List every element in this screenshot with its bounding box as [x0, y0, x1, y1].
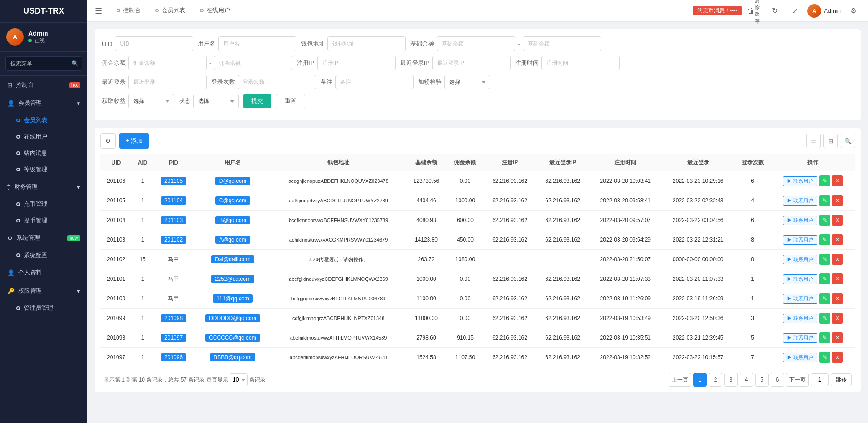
tab-dashboard[interactable]: 控制台 — [109, 0, 148, 22]
search-input[interactable] — [5, 56, 82, 71]
settings-button[interactable]: ⚙ — [846, 4, 861, 18]
sidebar-item-admin-mgmt[interactable]: 管理员管理 — [0, 300, 87, 316]
goto-input[interactable] — [811, 373, 829, 386]
username-badge[interactable]: Dai@daili.com — [211, 255, 254, 263]
pid-badge[interactable]: 201096 — [161, 353, 186, 361]
view-grid-button[interactable]: ⊞ — [823, 134, 838, 148]
base-balance-to-input[interactable] — [523, 36, 601, 51]
page-1-button[interactable]: 1 — [693, 373, 707, 387]
remark-input[interactable] — [335, 75, 414, 89]
contact-button[interactable]: ▶ 联系用户 — [783, 176, 817, 186]
pid-badge[interactable]: 201098 — [161, 314, 186, 322]
username-input[interactable] — [218, 36, 296, 51]
last-login-ip-input[interactable] — [432, 56, 511, 70]
edit-button[interactable]: ✎ — [819, 293, 830, 304]
contact-button[interactable]: ▶ 联系用户 — [783, 255, 817, 264]
edit-button[interactable]: ✎ — [819, 215, 830, 226]
edit-button[interactable]: ✎ — [819, 352, 830, 363]
username-badge[interactable]: BBBB@qq.com — [210, 353, 255, 361]
edit-button[interactable]: ✎ — [819, 234, 830, 245]
refresh-button[interactable]: ↻ — [100, 133, 116, 149]
contact-button[interactable]: ▶ 联系用户 — [783, 294, 817, 304]
edit-button[interactable]: ✎ — [819, 313, 830, 324]
reload-button[interactable]: ↻ — [767, 4, 782, 18]
commission-from-input[interactable] — [128, 56, 207, 70]
delete-button[interactable]: ✕ — [832, 195, 843, 206]
pid-badge[interactable]: 201105 — [161, 177, 186, 185]
add-button[interactable]: + 添加 — [119, 133, 149, 149]
uid-input[interactable] — [115, 36, 193, 51]
last-login-input[interactable] — [128, 75, 207, 89]
edit-button[interactable]: ✎ — [819, 254, 830, 265]
search-filter-button[interactable]: 🔍 — [841, 134, 855, 148]
contact-button[interactable]: ▶ 联系用户 — [783, 314, 817, 323]
menu-toggle-icon[interactable]: ☰ — [95, 6, 102, 16]
username-badge[interactable]: C@qq.com — [215, 196, 250, 205]
pid-badge[interactable]: 201102 — [161, 236, 186, 244]
wallet-input[interactable] — [327, 36, 406, 51]
delete-button[interactable]: ✕ — [832, 273, 843, 284]
page-5-button[interactable]: 5 — [755, 373, 769, 387]
delete-button[interactable]: ✕ — [832, 234, 843, 245]
page-4-button[interactable]: 4 — [740, 373, 753, 387]
goto-button[interactable]: 跳转 — [831, 373, 852, 386]
sidebar-item-personal-info[interactable]: 👤 个人资料 — [0, 263, 87, 282]
sidebar-item-finance-mgmt[interactable]: ₿ 财务管理 ▾ — [0, 178, 87, 196]
base-balance-from-input[interactable] — [437, 36, 515, 51]
prev-page-button[interactable]: 上一页 — [669, 373, 691, 387]
username-badge[interactable]: CCCCCC@qq.com — [205, 334, 260, 342]
sidebar-item-recharge[interactable]: 充币管理 — [0, 196, 87, 212]
page-6-button[interactable]: 6 — [771, 373, 784, 387]
edit-button[interactable]: ✎ — [819, 175, 830, 186]
sidebar-item-permission-mgmt[interactable]: 🔑 权限管理 ▾ — [0, 282, 87, 300]
username-badge[interactable]: DDDDDD@qq.com — [205, 314, 260, 322]
edit-button[interactable]: ✎ — [819, 332, 830, 343]
sidebar-item-withdraw[interactable]: 提币管理 — [0, 212, 87, 229]
fan-verify-select[interactable]: 选择 — [444, 75, 490, 89]
username-badge[interactable]: B@qq.com — [215, 216, 250, 224]
login-count-input[interactable] — [238, 75, 316, 89]
view-list-button[interactable]: ☰ — [806, 134, 821, 148]
username-badge[interactable]: 2252@qq.com — [211, 275, 254, 283]
clear-cache-button[interactable]: 🗑 清除缓存 — [747, 4, 762, 18]
username-badge[interactable]: A@qq.com — [215, 236, 250, 244]
pid-badge[interactable]: 201104 — [161, 196, 186, 205]
pid-badge[interactable]: 201103 — [161, 216, 186, 224]
contact-button[interactable]: ▶ 联系用户 — [783, 235, 817, 245]
submit-button[interactable]: 提交 — [243, 94, 271, 108]
username-badge[interactable]: 111@qq.com — [213, 294, 253, 303]
sidebar-item-site-msg[interactable]: 站内消息 — [0, 145, 87, 161]
sidebar-item-member-mgmt[interactable]: 👤 会员管理 ▾ — [0, 94, 87, 112]
contact-button[interactable]: ▶ 联系用户 — [783, 274, 817, 284]
reset-button[interactable]: 重置 — [276, 94, 305, 108]
admin-menu[interactable]: A Admin — [807, 4, 841, 18]
reg-ip-input[interactable] — [317, 56, 396, 70]
contact-button[interactable]: ▶ 联系用户 — [783, 196, 817, 206]
delete-button[interactable]: ✕ — [832, 332, 843, 343]
sidebar-item-level-mgmt[interactable]: 等级管理 — [0, 161, 87, 178]
contact-button[interactable]: ▶ 联系用户 — [783, 353, 817, 362]
delete-button[interactable]: ✕ — [832, 215, 843, 226]
status-select[interactable]: 选择 — [193, 94, 239, 108]
commission-to-input[interactable] — [214, 56, 292, 70]
delete-button[interactable]: ✕ — [832, 313, 843, 324]
delete-button[interactable]: ✕ — [832, 254, 843, 265]
tab-member-list[interactable]: 会员列表 — [148, 0, 193, 22]
delete-button[interactable]: ✕ — [832, 293, 843, 304]
page-2-button[interactable]: 2 — [709, 373, 722, 387]
next-page-button[interactable]: 下一页 — [786, 373, 809, 387]
contact-button[interactable]: ▶ 联系用户 — [783, 333, 817, 343]
pid-badge[interactable]: 201097 — [161, 334, 186, 342]
delete-button[interactable]: ✕ — [832, 175, 843, 186]
per-page-select[interactable]: 10 — [230, 373, 248, 386]
sidebar-item-system-mgmt[interactable]: ⚙ 系统管理 new — [0, 229, 87, 247]
tab-online-users[interactable]: 在线用户 — [193, 0, 237, 22]
sidebar-item-member-list[interactable]: 会员列表 — [0, 112, 87, 129]
delete-button[interactable]: ✕ — [832, 352, 843, 363]
get-income-select[interactable]: 选择 — [128, 94, 174, 108]
contact-button[interactable]: ▶ 联系用户 — [783, 216, 817, 225]
sidebar-item-system-config[interactable]: 系统配置 — [0, 247, 87, 263]
sidebar-item-online-users[interactable]: 在线用户 — [0, 129, 87, 145]
edit-button[interactable]: ✎ — [819, 195, 830, 206]
edit-button[interactable]: ✎ — [819, 273, 830, 284]
